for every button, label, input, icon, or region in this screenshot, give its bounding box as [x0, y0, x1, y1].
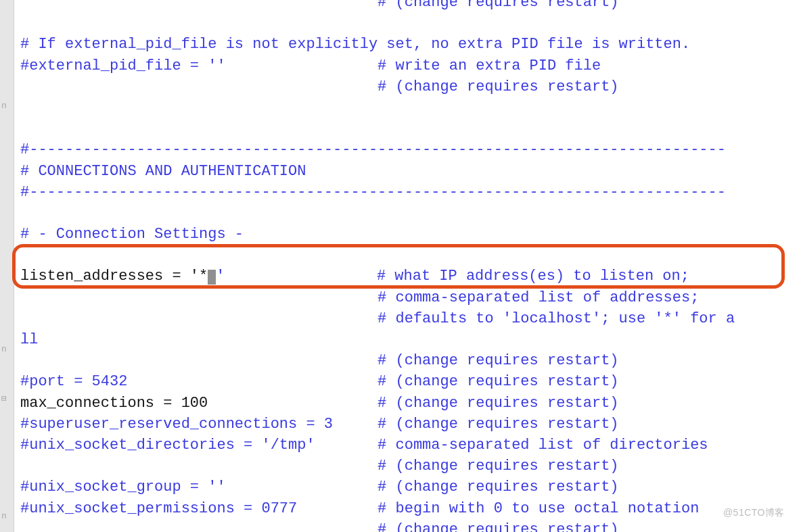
text-cursor: [208, 270, 216, 285]
code-line[interactable]: [20, 13, 735, 34]
config-setting: listen_addresses = '*: [20, 268, 208, 285]
gutter-mark: n: [1, 100, 12, 114]
comment-code: #unix_socket_permissions = 0777: [20, 500, 297, 517]
whitespace: [315, 437, 377, 454]
inline-comment: # (change requires restart): [377, 521, 618, 532]
whitespace: [20, 310, 377, 327]
comment-code: #port = 5432: [20, 373, 127, 390]
comment-code: #superuser_reserved_connections = 3: [20, 416, 333, 433]
code-line[interactable]: [20, 203, 735, 224]
comment-code: #external_pid_file = '': [20, 57, 226, 74]
whitespace: [226, 479, 377, 495]
inline-comment: # (change requires restart): [377, 395, 618, 412]
code-line[interactable]: #---------------------------------------…: [20, 139, 735, 160]
whitespace: [20, 458, 377, 475]
whitespace: [333, 416, 377, 433]
comment-code: #---------------------------------------…: [20, 141, 726, 158]
whitespace: [20, 521, 377, 532]
code-line[interactable]: # (change requires restart): [20, 350, 735, 371]
code-line[interactable]: [20, 97, 735, 118]
inline-comment: # comma-separated list of directories: [377, 437, 708, 454]
code-line[interactable]: #port = 5432 # (change requires restart): [20, 371, 735, 392]
code-line[interactable]: # (change requires restart): [20, 76, 735, 97]
code-content[interactable]: # (change requires restart)# If external…: [20, 0, 735, 532]
inline-comment: # what IP address(es) to listen on;: [377, 268, 689, 285]
whitespace: [297, 500, 377, 517]
inline-comment: # (change requires restart): [377, 78, 618, 95]
code-line[interactable]: ll: [20, 329, 735, 350]
code-line[interactable]: [20, 245, 735, 266]
whitespace: [20, 352, 377, 369]
inline-comment: # (change requires restart): [377, 479, 618, 495]
gutter-mark: n: [1, 510, 12, 524]
code-line[interactable]: [20, 118, 735, 139]
inline-comment: # (change requires restart): [377, 416, 618, 433]
code-line[interactable]: # comma-separated list of addresses;: [20, 287, 735, 308]
whitespace: [20, 289, 377, 306]
watermark-text: @51CTO博客: [723, 506, 785, 520]
comment-code: #unix_socket_directories = '/tmp': [20, 437, 315, 454]
code-line[interactable]: #unix_socket_directories = '/tmp' # comm…: [20, 435, 735, 456]
code-line[interactable]: # defaults to 'localhost'; use '*' for a: [20, 308, 735, 329]
inline-comment: # (change requires restart): [377, 373, 618, 390]
whitespace: [20, 78, 377, 95]
inline-comment: # write an extra PID file: [377, 57, 601, 74]
code-line[interactable]: # If external_pid_file is not explicitly…: [20, 34, 735, 55]
code-line[interactable]: max_connections = 100 # (change requires…: [20, 393, 735, 414]
gutter-mark: ⊟: [1, 393, 12, 407]
whitespace: [208, 395, 377, 412]
comment-code: ll: [20, 331, 38, 348]
code-line[interactable]: listen_addresses = '*' # what IP address…: [20, 266, 735, 287]
code-line[interactable]: # CONNECTIONS AND AUTHENTICATION: [20, 161, 735, 182]
whitespace: [225, 268, 376, 285]
whitespace: [226, 57, 377, 74]
code-line[interactable]: # (change requires restart): [20, 519, 735, 532]
comment-code: # CONNECTIONS AND AUTHENTICATION: [20, 163, 306, 180]
config-setting: max_connections = 100: [20, 395, 208, 412]
code-line[interactable]: #---------------------------------------…: [20, 182, 735, 203]
comment-code: # If external_pid_file is not explicitly…: [20, 36, 690, 53]
code-line[interactable]: #unix_socket_permissions = 0777 # begin …: [20, 498, 735, 519]
comment-code: #unix_socket_group = '': [20, 479, 226, 495]
gutter-mark: n: [1, 343, 12, 357]
whitespace: [20, 0, 377, 11]
inline-comment: # comma-separated list of addresses;: [377, 289, 699, 306]
trailing-quote: ': [216, 268, 225, 285]
inline-comment: # begin with 0 to use octal notation: [377, 500, 699, 517]
inline-comment: # (change requires restart): [377, 352, 618, 369]
inline-comment: # defaults to 'localhost'; use '*' for a: [377, 310, 735, 327]
text-editor-viewport[interactable]: nn⊟n # (change requires restart)# If ext…: [0, 0, 801, 532]
comment-code: # - Connection Settings -: [20, 226, 244, 243]
code-line[interactable]: #superuser_reserved_connections = 3 # (c…: [20, 414, 735, 435]
code-line[interactable]: #unix_socket_group = '' # (change requir…: [20, 477, 735, 498]
code-line[interactable]: # (change requires restart): [20, 456, 735, 477]
comment-code: #---------------------------------------…: [20, 184, 726, 201]
inline-comment: # (change requires restart): [377, 458, 618, 475]
inline-comment: # (change requires restart): [377, 0, 618, 11]
code-line[interactable]: # - Connection Settings -: [20, 224, 735, 245]
code-line[interactable]: #external_pid_file = '' # write an extra…: [20, 55, 735, 76]
whitespace: [127, 373, 377, 390]
code-line[interactable]: # (change requires restart): [20, 0, 735, 13]
editor-gutter: nn⊟n: [0, 0, 14, 532]
